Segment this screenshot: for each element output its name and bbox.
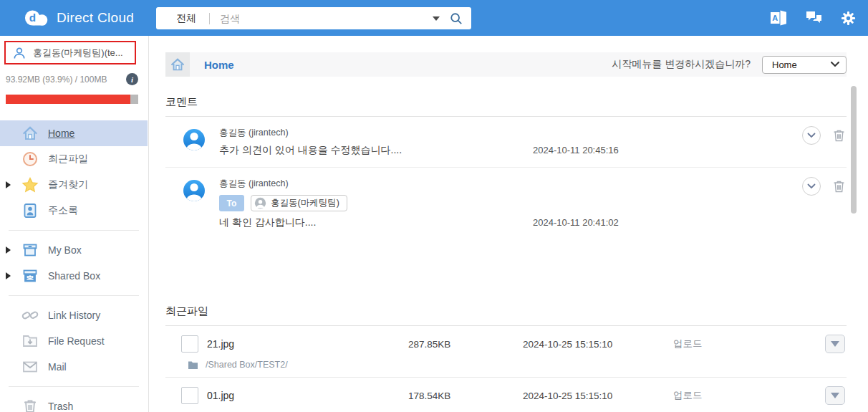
clock-icon	[21, 150, 39, 168]
comment-collapse-button[interactable]	[802, 126, 821, 145]
box-icon	[21, 241, 39, 259]
logo-text: Direct Cloud	[57, 10, 134, 26]
file-checkbox[interactable]	[181, 387, 198, 404]
file-download-button[interactable]	[825, 335, 845, 353]
file-path[interactable]: /Shared Box/TEST2/	[206, 360, 288, 370]
person-icon	[254, 197, 266, 209]
recipient-name: 홍길동(마케팅팀)	[271, 197, 339, 209]
expand-arrow-icon[interactable]	[6, 272, 11, 279]
file-row: 01.jpg 178.54KB 2024-10-25 15:15:10 업로드 …	[165, 378, 847, 412]
sidebar-item-home[interactable]: Home	[0, 120, 148, 146]
file-date: 2024-10-25 15:15:10	[523, 339, 673, 350]
search-input[interactable]	[210, 13, 428, 24]
sidebar-divider	[9, 230, 139, 231]
cloud-logo-icon: d	[24, 8, 52, 28]
sidebar: 홍길동(마케팅팀)(te... 93.92MB (93.9%) / 100MB …	[0, 36, 149, 412]
sidebar-item-shared-box[interactable]: Shared Box	[0, 263, 148, 289]
caret-down-icon	[831, 341, 839, 347]
start-menu-select[interactable]: Home	[762, 56, 847, 74]
comment-message: 추가 의견이 있어 내용을 수정했습니다....	[219, 144, 533, 157]
expand-arrow-icon[interactable]	[6, 246, 11, 254]
avatar	[181, 127, 207, 153]
file-date: 2024-10-25 15:15:10	[523, 391, 673, 401]
sidebar-item-recent-files[interactable]: 최근파일	[0, 146, 148, 172]
gear-icon[interactable]	[840, 10, 857, 27]
svg-text:A: A	[772, 14, 778, 22]
comment-timestamp: 2024-10-11 20:45:16	[533, 145, 619, 155]
file-checkbox[interactable]	[181, 335, 198, 353]
chevron-down-icon	[807, 183, 816, 189]
info-icon[interactable]: i	[126, 73, 138, 85]
search-bar: 전체	[156, 7, 471, 29]
star-icon	[21, 176, 39, 193]
topbar-icon-group: A	[769, 0, 857, 36]
file-size: 287.85KB	[408, 339, 523, 350]
breadcrumb-home-box[interactable]	[165, 52, 190, 77]
link-icon	[21, 307, 39, 324]
file-name[interactable]: 01.jpg	[207, 390, 408, 401]
sidebar-item-my-box[interactable]: My Box	[0, 237, 148, 263]
comment-delete-button[interactable]	[831, 178, 847, 194]
file-download-button[interactable]	[825, 386, 845, 405]
user-icon	[12, 46, 26, 60]
sidebar-item-file-request[interactable]: File Request	[0, 328, 148, 354]
shared-box-icon	[21, 267, 39, 284]
comment-to-row: To 홍길동(마케팅팀)	[219, 195, 619, 211]
start-menu-group: 시작메뉴를 변경하시겠습니까? Home	[612, 56, 847, 74]
home-icon	[170, 57, 185, 72]
file-size: 178.54KB	[408, 391, 523, 401]
sidebar-item-address-book[interactable]: 주소록	[0, 198, 148, 224]
storage-progress-fill	[6, 95, 130, 104]
comment-item: 홍길동 (jirantech) 추가 의견이 있어 내용을 수정했습니다....…	[165, 117, 847, 168]
sidebar-item-link-history[interactable]: Link History	[0, 302, 148, 328]
comment-body: 홍길동 (jirantech) 추가 의견이 있어 내용을 수정했습니다....…	[219, 127, 619, 157]
user-name: 홍길동(마케팅팀)(te...	[33, 47, 123, 59]
recent-files-section-title: 최근파일	[165, 305, 847, 318]
start-menu-value: Home	[772, 59, 797, 70]
page-title[interactable]: Home	[204, 59, 234, 71]
sidebar-item-mail[interactable]: Mail	[0, 354, 148, 380]
sidebar-item-label: Trash	[48, 401, 73, 412]
caret-down-icon	[831, 393, 839, 398]
sidebar-divider	[9, 295, 139, 296]
office-a-icon[interactable]: A	[769, 9, 788, 27]
sidebar-item-label: My Box	[48, 244, 82, 256]
comment-author: 홍길동 (jirantech)	[219, 178, 619, 190]
sidebar-item-favorites[interactable]: 즐겨찾기	[0, 172, 148, 198]
sidebar-item-label: Shared Box	[48, 270, 100, 282]
file-main-line: 21.jpg 287.85KB 2024-10-25 15:15:10 업로드	[165, 335, 847, 353]
comment-collapse-button[interactable]	[802, 177, 821, 196]
chat-icon[interactable]	[805, 10, 823, 26]
recipient-chip[interactable]: 홍길동(마케팅팀)	[251, 195, 347, 211]
sidebar-menu: Home 최근파일 즐겨찾기	[0, 120, 148, 412]
search-icon[interactable]	[450, 12, 463, 25]
user-profile-button[interactable]: 홍길동(마케팅팀)(te...	[4, 41, 136, 64]
sidebar-item-trash[interactable]: Trash	[0, 393, 148, 412]
trash-icon	[21, 398, 39, 412]
svg-text:d: d	[29, 11, 36, 24]
comment-author: 홍길동 (jirantech)	[219, 127, 619, 139]
chevron-down-icon[interactable]	[433, 16, 440, 21]
comment-timestamp: 2024-10-11 20:41:02	[533, 217, 619, 228]
search-scope-dropdown[interactable]: 전체	[156, 12, 209, 25]
page-header: Home 시작메뉴를 변경하시겠습니까? Home	[165, 52, 847, 77]
comment-body: 홍길동 (jirantech) To 홍길동(마케팅팀) 네 확인 감사합니다.…	[219, 178, 619, 229]
comment-delete-button[interactable]	[831, 128, 847, 143]
top-bar: d Direct Cloud 전체 A	[0, 0, 868, 36]
expand-arrow-icon[interactable]	[6, 181, 11, 188]
to-badge: To	[219, 195, 244, 211]
main-content: Home 시작메뉴를 변경하시겠습니까? Home 코멘트	[150, 36, 868, 412]
avatar	[181, 178, 207, 203]
file-name[interactable]: 21.jpg	[207, 338, 408, 350]
trash-icon	[831, 128, 847, 143]
file-row: 21.jpg 287.85KB 2024-10-25 15:15:10 업로드 …	[165, 326, 847, 378]
storage-progress-bar	[6, 95, 138, 104]
sidebar-item-label: Mail	[48, 361, 67, 373]
directcloud-logo[interactable]: d Direct Cloud	[24, 0, 134, 36]
file-request-icon	[21, 332, 39, 350]
comments-scrollbar[interactable]	[851, 86, 857, 214]
home-icon	[21, 125, 39, 142]
file-action-type: 업로드	[673, 337, 825, 350]
storage-usage-text: 93.92MB (93.9%) / 100MB	[6, 75, 107, 85]
trash-icon	[831, 178, 847, 194]
